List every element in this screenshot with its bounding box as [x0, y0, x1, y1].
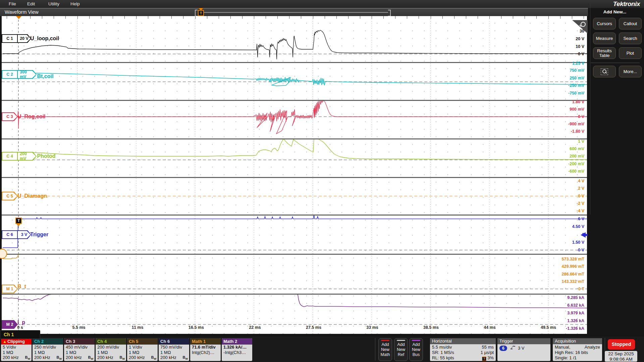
more-button[interactable]: More... — [619, 66, 642, 77]
m2-trace — [3, 294, 587, 308]
m2-badge[interactable]: M 2 — [2, 320, 18, 329]
c1-label[interactable]: U_loop,coil — [30, 36, 59, 42]
menu-help[interactable]: Help — [68, 0, 82, 8]
time-axis-label: 38.5 ms — [423, 325, 439, 330]
c3-axis-label: 900 mV — [570, 107, 584, 112]
add-new-math-button[interactable]: AddNewMath — [378, 338, 392, 361]
waveform-traces — [2, 16, 587, 334]
trigger-position-triangle[interactable] — [16, 16, 21, 19]
c6-badge[interactable]: C 63 V — [2, 230, 31, 239]
acquisition-panel[interactable]: Acquisition Manual,Analyze High Res: 16 … — [553, 338, 602, 361]
m1-axis-label: 429.996 mT — [562, 264, 584, 269]
m2-axis-label: -1.326 kA — [566, 326, 584, 331]
c4-axis-label: 200 mV — [570, 154, 584, 159]
menu-bar: FileEditUtilityHelp Tektronix — [0, 0, 644, 8]
c2-axis-label: -250 mV — [568, 83, 584, 88]
date-label: 22 Sep 2025 — [605, 351, 637, 357]
rising-edge-icon — [511, 346, 515, 350]
c1-trace — [3, 30, 587, 59]
waveform-plot[interactable]: 3020 V10 V0 VU_loop,coilC 120 V1.25 V750… — [2, 16, 587, 334]
cursors-button[interactable]: Cursors — [593, 18, 616, 29]
trigger-level-arrow[interactable] — [581, 232, 586, 238]
badge-ch-2[interactable]: Ch 2250 mV/div1 MΩ200 kHzBW — [33, 338, 63, 361]
c2-badge[interactable]: C 2300 mV — [2, 70, 37, 79]
add-new-label: Add New... — [588, 9, 642, 14]
c3-axis-label: 1.80 V — [572, 100, 584, 104]
time-label: 9:08:06 AM — [605, 357, 637, 362]
marquee-zoom-button[interactable] — [593, 66, 616, 77]
time-axis-label: 22 ms — [249, 325, 261, 330]
menu-file[interactable]: File — [7, 0, 18, 8]
results-table-button[interactable]: Results Table — [593, 47, 616, 59]
time-axis-label: 44 ms — [484, 325, 495, 330]
horizontal-panel[interactable]: Horizontal 5.5 ms/div55 ms SR: 1 MS/s1 µ… — [430, 338, 496, 361]
c6-axis-label: 6 V — [578, 217, 584, 221]
time-axis-label: 33 ms — [366, 325, 378, 330]
trigger-panel[interactable]: Trigger 63 V — [497, 338, 550, 361]
badge-ch-1[interactable]: ▲Clipping5 V/div1 MΩ200 kHzBW — [1, 338, 32, 361]
badge-math-2[interactable]: Math 21.326 kA/…-Intg(Ch3… — [222, 338, 252, 361]
menu-edit[interactable]: Edit — [25, 0, 37, 8]
add-new-ref-button[interactable]: AddNewRef — [394, 338, 408, 361]
trigger-source-marker-tip — [16, 224, 20, 226]
time-axis-label: 11 ms — [132, 325, 144, 330]
c6-label[interactable]: Trigger — [30, 232, 48, 238]
badge-ch-4[interactable]: Ch 4200 mV/div1 MΩ200 kHzBW — [96, 338, 126, 361]
c5-badge[interactable]: C 5 — [2, 192, 18, 200]
callout-button[interactable]: Callout — [619, 18, 642, 29]
magnifier-icon — [581, 22, 586, 27]
stopped-button[interactable]: Stopped — [608, 339, 635, 350]
badge-ch-5[interactable]: Ch 51 V/div1 MΩ200 kHzBW — [127, 338, 158, 361]
marquee-zoom-icon — [601, 68, 608, 75]
c3-axis-label: -1.80 V — [571, 129, 584, 134]
c5-axis-label: 0 V — [578, 194, 584, 198]
m1-label[interactable]: B_t — [17, 284, 26, 290]
plot-button[interactable]: Plot — [619, 47, 642, 59]
search-button[interactable]: Search — [619, 33, 642, 44]
time-axis-label: 0 s — [17, 325, 23, 330]
c1-axis-label: 10 V — [576, 44, 584, 49]
c4-axis-label: -600 mV — [568, 169, 584, 174]
measure-button[interactable]: Measure — [593, 33, 616, 44]
m2-label[interactable]: I_p — [17, 319, 25, 325]
trigger-level-value: 3 V — [518, 346, 525, 351]
trigger-level-arrow-stem — [586, 234, 588, 236]
m1-axis-label: 286.664 mT — [562, 272, 584, 277]
badge-math-1[interactable]: Math 171.6 mT/divIntg(Ch2)… — [190, 338, 221, 361]
slice-divider — [2, 62, 587, 63]
datetime-display: 22 Sep 2025 9:08:06 AM — [605, 351, 637, 362]
acquisition-title: Acquisition — [553, 338, 602, 344]
bandwidth-icon: BW — [119, 355, 125, 360]
slice-divider — [2, 294, 587, 295]
time-axis-label: 49.5 ms — [541, 325, 556, 330]
results-bar: ▲Clipping5 V/div1 MΩ200 kHzBWCh 2250 mV/… — [0, 337, 644, 362]
c5-label[interactable]: U_Diamagn — [17, 193, 47, 199]
c3-label[interactable]: U_Rog,coil — [17, 114, 46, 120]
add-new-bus-button[interactable]: AddNewBus — [409, 338, 423, 361]
c6-axis-label: 1.50 V — [572, 240, 584, 245]
m1-axis-label: 0 T — [578, 287, 584, 291]
trigger-source-marker[interactable]: T — [15, 218, 22, 224]
m2-axis-label: 6.632 kA — [567, 303, 584, 308]
waveform-view-title: Waveform View — [5, 9, 39, 15]
c2-axis-label: 750 mV — [570, 68, 584, 73]
c4-axis-label: 1 V — [578, 139, 584, 144]
channel-tooltip: Ch 1 — [0, 330, 40, 339]
c5-axis-label: 4 V — [578, 179, 584, 183]
m1-badge[interactable]: M 1 — [2, 285, 18, 293]
badge-ch-3[interactable]: Ch 3450 mV/div1 MΩ200 kHzBW — [64, 338, 95, 361]
record-trigger-icon[interactable]: T — [198, 10, 204, 16]
c4-badge[interactable]: C 4200 mV — [2, 152, 37, 161]
c4-axis-label: -200 mV — [568, 162, 584, 166]
c6-trace — [3, 215, 587, 248]
c2-axis-label: 1.25 V — [572, 61, 584, 66]
c5-axis-label: -2 V — [577, 201, 584, 206]
c1-badge[interactable]: C 120 V — [2, 34, 31, 43]
c3-badge[interactable]: C 3 — [2, 112, 18, 121]
badge-ch-6[interactable]: Ch 6750 mV/div1 MΩ200 kHzBW — [159, 338, 189, 361]
c3-axis-label: 0 V — [578, 114, 584, 119]
record-left-bracket — [195, 10, 198, 16]
c2-axis-label: 250 mV — [570, 76, 584, 80]
menu-utility[interactable]: Utility — [46, 0, 61, 8]
c1-axis-label: 20 V — [576, 37, 584, 41]
